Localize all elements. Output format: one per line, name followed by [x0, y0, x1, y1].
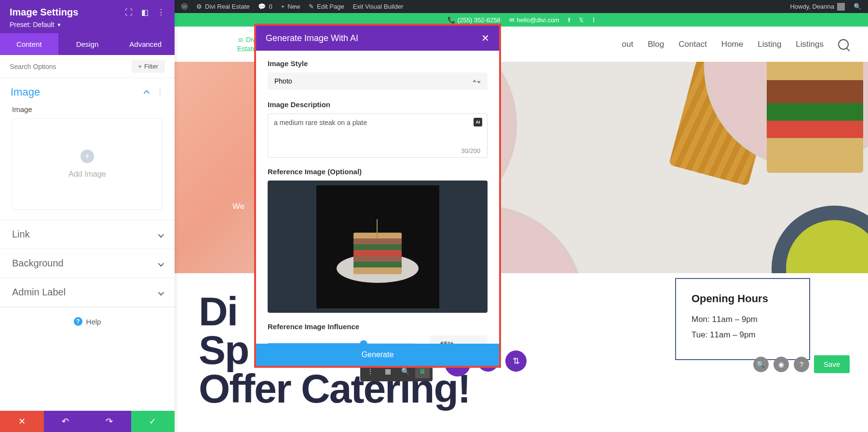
accordion-link[interactable]: Link — [0, 220, 175, 249]
site-link[interactable]: ⚙Divi Real Estate — [196, 3, 249, 10]
image-dropzone[interactable]: + Add Image — [12, 118, 163, 210]
rss-icon[interactable]: ⌇ — [592, 16, 595, 24]
search-icon[interactable] — [838, 39, 849, 50]
snap-icon[interactable]: ◧ — [141, 8, 149, 17]
select-arrows-icon — [473, 77, 481, 85]
ai-badge-icon[interactable]: AI — [474, 118, 482, 126]
nav-menu: out Blog Contact Home Listing Listings — [622, 39, 849, 50]
chevron-down-icon — [158, 287, 163, 298]
bowl-decor — [772, 206, 868, 273]
wp-admin-bar: ⓦ ⚙Divi Real Estate 💬0 +New ✎Edit Page E… — [175, 0, 868, 13]
help-link[interactable]: ?Help — [0, 307, 175, 335]
description-textarea[interactable]: a medium rare steak on a plate AI 30/200 — [268, 113, 488, 158]
accordion-admin-label[interactable]: Admin Label — [0, 278, 175, 307]
phone-link[interactable]: 📞 (255) 352-6258 — [448, 16, 501, 24]
generate-button[interactable]: Generate — [256, 344, 499, 366]
comments-link[interactable]: 💬0 — [258, 3, 272, 10]
nav-item[interactable]: Listings — [796, 40, 824, 49]
save-button[interactable]: Save — [814, 355, 850, 373]
filter-button[interactable]: +Filter — [132, 60, 165, 73]
edit-page-link[interactable]: ✎Edit Page — [309, 3, 344, 10]
expand-icon[interactable]: ⛶ — [125, 8, 133, 17]
sidebar-tabs: Content Design Advanced — [0, 33, 175, 55]
sidebar-header: Image Settings ⛶ ◧ ⋮ Preset: Default ▼ — [0, 0, 175, 33]
nav-item[interactable]: out — [622, 40, 634, 49]
sandwich-decor — [767, 62, 863, 173]
desc-label: Image Description — [268, 100, 488, 109]
close-icon[interactable]: ✕ — [481, 32, 489, 44]
influence-value[interactable]: 65% — [430, 335, 488, 344]
influence-slider[interactable] — [268, 343, 415, 344]
image-section-header[interactable]: Image ⋮ — [0, 78, 175, 103]
mini-fab[interactable]: 🔍 — [753, 357, 769, 372]
facebook-icon[interactable]: f — [568, 16, 570, 24]
hours-card: Opening Hours Mon: 11am – 9pm Tue: 11am … — [675, 278, 810, 360]
add-image-label: Add Image — [68, 170, 106, 179]
tab-content[interactable]: Content — [0, 33, 58, 55]
sidebar-title: Image Settings — [10, 7, 78, 18]
nav-item[interactable]: Home — [721, 40, 743, 49]
x-icon[interactable]: 𝕏 — [579, 16, 583, 24]
influence-label: Reference Image Influence — [268, 322, 488, 331]
wp-search-icon[interactable]: 🔍 — [854, 3, 861, 10]
hours-title: Opening Hours — [692, 293, 794, 305]
wp-logo-icon[interactable]: ⓦ — [181, 2, 188, 11]
more-icon[interactable]: ⋮ — [157, 8, 165, 17]
mini-fab[interactable]: ? — [794, 357, 809, 372]
discard-button[interactable]: ✕ — [0, 411, 44, 432]
image-field-label: Image — [0, 103, 175, 118]
search-input[interactable] — [10, 63, 132, 70]
reference-image-thumb — [316, 185, 439, 308]
howdy-user[interactable]: Howdy, Deanna — [790, 3, 845, 11]
exit-vb-link[interactable]: Exit Visual Builder — [353, 3, 404, 10]
collapse-icon[interactable] — [145, 88, 149, 97]
undo-button[interactable]: ↶ — [44, 411, 88, 432]
email-link[interactable]: ✉ hello@divi.com — [509, 16, 559, 24]
avatar — [837, 3, 845, 11]
hours-line: Tue: 11am – 9pm — [692, 330, 794, 340]
chevron-down-icon: ▼ — [57, 22, 62, 28]
reference-image-area[interactable] — [268, 181, 488, 313]
new-link[interactable]: +New — [281, 3, 300, 10]
section-more-icon[interactable]: ⋮ — [156, 88, 164, 97]
modal-header: Generate Image With AI ✕ — [256, 26, 499, 51]
ref-label: Reference Image (Optional) — [268, 167, 488, 176]
confirm-button[interactable]: ✓ — [131, 411, 175, 432]
style-label: Image Style — [268, 59, 488, 68]
help-icon: ? — [74, 317, 82, 326]
tab-advanced[interactable]: Advanced — [116, 33, 175, 55]
redo-button[interactable]: ↷ — [87, 411, 131, 432]
fab-button[interactable]: ⇅ — [505, 350, 527, 372]
chevron-down-icon — [158, 229, 163, 240]
chevron-down-icon — [158, 258, 163, 269]
add-icon: + — [81, 150, 94, 163]
accordion-background[interactable]: Background — [0, 249, 175, 278]
settings-sidebar: Image Settings ⛶ ◧ ⋮ Preset: Default ▼ C… — [0, 0, 175, 432]
mini-fab[interactable]: ◉ — [773, 357, 789, 372]
char-count: 30/200 — [461, 147, 480, 154]
style-select[interactable]: Photo — [268, 72, 488, 90]
hero-subhead: We — [232, 202, 244, 211]
nav-item[interactable]: Blog — [648, 40, 664, 49]
modal-title: Generate Image With AI — [266, 33, 358, 43]
slider-thumb[interactable] — [360, 340, 367, 344]
ai-modal: Generate Image With AI ✕ Image Style Pho… — [254, 24, 501, 368]
hours-line: Mon: 11am – 9pm — [692, 315, 794, 324]
preset-selector[interactable]: Preset: Default ▼ — [10, 21, 165, 28]
tab-design[interactable]: Design — [58, 33, 117, 55]
nav-item[interactable]: Listing — [758, 40, 781, 49]
nav-item[interactable]: Contact — [678, 40, 707, 49]
